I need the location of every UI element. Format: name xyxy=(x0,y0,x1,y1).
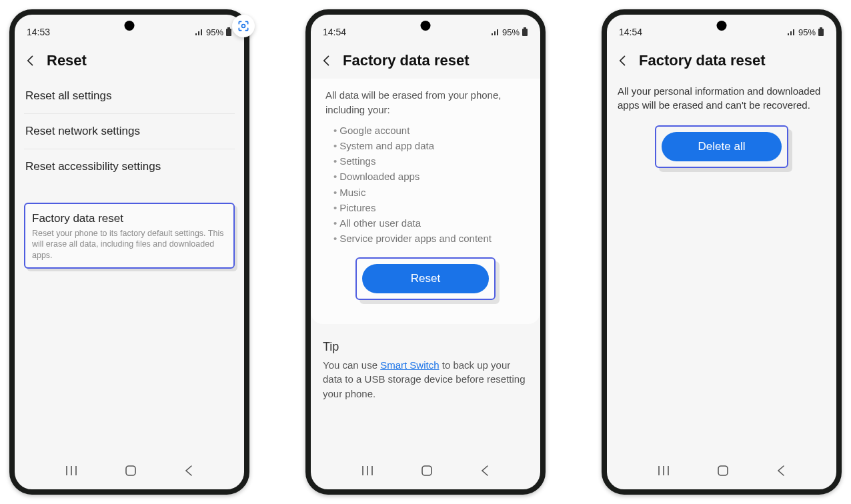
erase-item: Settings xyxy=(333,153,526,169)
svg-rect-7 xyxy=(818,29,824,36)
page-title: Factory data reset xyxy=(343,52,470,69)
signal-icon xyxy=(195,28,204,36)
delete-all-highlight: Delete all xyxy=(655,125,788,168)
back-icon[interactable] xyxy=(616,54,630,67)
signal-icon xyxy=(491,28,500,36)
page-header: Factory data reset xyxy=(607,40,836,79)
svg-rect-5 xyxy=(524,27,526,29)
reset-network-settings-item[interactable]: Reset network settings xyxy=(24,114,235,149)
battery-icon xyxy=(225,27,232,37)
svg-rect-2 xyxy=(227,27,230,29)
confirm-text: All your personal information and downlo… xyxy=(616,79,827,123)
reset-accessibility-settings-item[interactable]: Reset accessibility settings xyxy=(24,149,235,184)
front-camera-hole xyxy=(125,21,135,31)
back-icon[interactable] xyxy=(320,54,333,67)
reset-button-highlight: Reset xyxy=(355,257,496,300)
home-icon[interactable] xyxy=(124,464,137,480)
erase-item: Service provider apps and content xyxy=(333,231,526,246)
back-icon[interactable] xyxy=(24,54,37,67)
battery-icon xyxy=(818,27,824,37)
svg-rect-1 xyxy=(226,29,231,36)
home-icon[interactable] xyxy=(420,464,434,480)
page-title: Factory data reset xyxy=(639,52,766,69)
tip-heading: Tip xyxy=(320,331,531,358)
content-area: All data will be erased from your phone,… xyxy=(311,79,540,401)
erase-item: System and app data xyxy=(333,138,526,153)
erase-info-card: All data will be erased from your phone,… xyxy=(311,79,540,324)
status-right: 95% xyxy=(787,27,824,37)
back-nav-icon[interactable] xyxy=(183,465,194,479)
reset-all-settings-item[interactable]: Reset all settings xyxy=(24,79,235,114)
page-header: Reset xyxy=(15,40,244,79)
nav-bar xyxy=(311,460,540,484)
svg-rect-9 xyxy=(718,466,728,475)
erase-item: Pictures xyxy=(333,200,526,215)
battery-percent: 95% xyxy=(798,27,816,37)
nav-bar xyxy=(15,460,244,484)
scan-float-button[interactable] xyxy=(232,15,255,37)
nav-bar xyxy=(607,460,836,484)
factory-reset-desc: Reset your phone to its factory default … xyxy=(32,228,227,261)
factory-data-reset-item[interactable]: Factory data reset Reset your phone to i… xyxy=(24,203,235,269)
svg-rect-4 xyxy=(522,29,528,36)
front-camera-hole xyxy=(421,21,431,31)
battery-percent: 95% xyxy=(206,27,223,37)
recents-icon[interactable] xyxy=(657,465,670,479)
erase-item: Google account xyxy=(333,123,526,138)
svg-point-0 xyxy=(242,25,245,28)
svg-rect-3 xyxy=(126,466,135,475)
front-camera-hole xyxy=(717,21,727,31)
phone-screen-2: 14:54 95% Factory data reset All data wi… xyxy=(305,9,546,495)
svg-rect-6 xyxy=(422,466,432,475)
back-nav-icon[interactable] xyxy=(480,465,490,479)
phone-screen-3: 14:54 95% Factory data reset All your pe… xyxy=(602,9,842,495)
battery-percent: 95% xyxy=(502,27,520,37)
erase-item: Downloaded apps xyxy=(333,169,526,184)
intro-text: All data will be erased from your phone,… xyxy=(323,83,528,117)
reset-button[interactable]: Reset xyxy=(362,264,489,293)
clock: 14:54 xyxy=(619,27,642,37)
tip-body: You can use Smart Switch to back up your… xyxy=(320,358,531,401)
battery-icon xyxy=(522,27,528,37)
svg-rect-8 xyxy=(820,27,822,29)
home-icon[interactable] xyxy=(716,464,730,480)
back-nav-icon[interactable] xyxy=(776,465,786,479)
clock: 14:53 xyxy=(27,27,50,37)
status-right: 95% xyxy=(491,27,528,37)
page-header: Factory data reset xyxy=(311,40,540,79)
status-right: 95% xyxy=(195,27,232,37)
section-gap xyxy=(24,184,235,196)
content-area: Reset all settings Reset network setting… xyxy=(15,79,244,269)
content-area: All your personal information and downlo… xyxy=(607,79,836,168)
page-title: Reset xyxy=(47,52,87,69)
erase-item: Music xyxy=(333,185,526,200)
factory-reset-title: Factory data reset xyxy=(32,212,227,225)
phone-screen-1: 14:53 95% Reset Reset all settings Reset… xyxy=(9,9,249,495)
tip-text-before: You can use xyxy=(323,359,380,371)
recents-icon[interactable] xyxy=(361,465,374,479)
recents-icon[interactable] xyxy=(65,465,78,479)
erase-list: Google account System and app data Setti… xyxy=(323,117,528,253)
phone-row: 14:53 95% Reset Reset all settings Reset… xyxy=(0,0,851,504)
erase-item: All other user data xyxy=(333,215,526,231)
clock: 14:54 xyxy=(323,27,346,37)
smart-switch-link[interactable]: Smart Switch xyxy=(380,359,439,371)
delete-all-button[interactable]: Delete all xyxy=(662,132,782,161)
signal-icon xyxy=(787,28,796,36)
